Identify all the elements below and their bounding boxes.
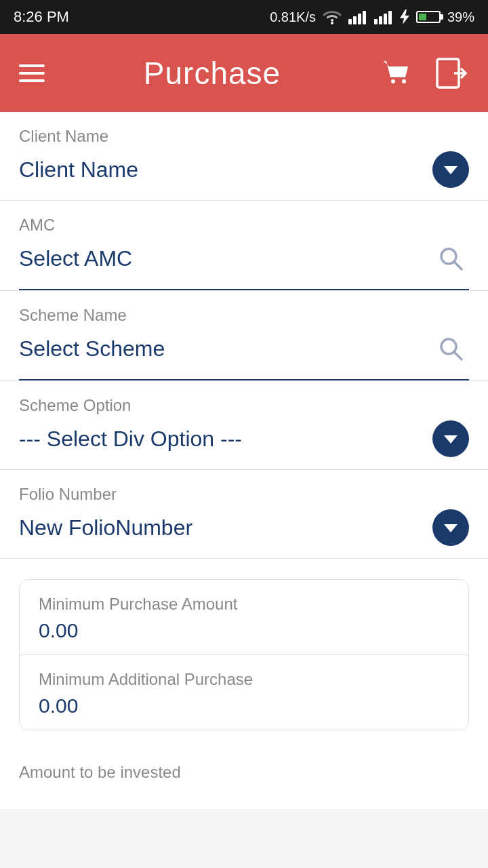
scheme-name-label: Scheme Name bbox=[19, 306, 469, 325]
time: 8:26 PM bbox=[14, 8, 69, 26]
scheme-name-field: Scheme Name Select Scheme bbox=[0, 291, 488, 381]
status-bar: 8:26 PM 0.81K/s bbox=[0, 0, 488, 34]
scheme-underline bbox=[19, 379, 469, 380]
chevron-down-icon-3 bbox=[444, 524, 458, 532]
scheme-name-row: Select Scheme bbox=[19, 330, 469, 379]
min-additional-purchase-value: 0.00 bbox=[39, 694, 449, 717]
menu-button[interactable] bbox=[19, 64, 45, 82]
amount-to-invest-label: Amount to be invested bbox=[0, 751, 488, 782]
client-name-field: Client Name Client Name bbox=[0, 112, 488, 201]
chevron-down-icon bbox=[444, 166, 458, 174]
amc-field: AMC Select AMC bbox=[0, 201, 488, 291]
app-bar: Purchase bbox=[0, 34, 488, 112]
svg-rect-6 bbox=[379, 16, 382, 24]
folio-number-value: New FolioNumber bbox=[19, 515, 192, 540]
min-purchase-label: Minimum Purchase Amount bbox=[39, 595, 449, 614]
scheme-option-dropdown-button[interactable] bbox=[432, 420, 469, 457]
folio-number-label: Folio Number bbox=[19, 485, 469, 504]
info-card: Minimum Purchase Amount 0.00 Minimum Add… bbox=[19, 579, 469, 730]
svg-rect-5 bbox=[374, 19, 378, 24]
folio-number-row: New FolioNumber bbox=[19, 509, 469, 558]
form-content: Client Name Client Name AMC Select AMC S… bbox=[0, 112, 488, 809]
cart-icon[interactable] bbox=[380, 56, 415, 91]
min-additional-purchase-label: Minimum Additional Purchase bbox=[39, 670, 449, 689]
signal-icon bbox=[348, 9, 367, 24]
client-name-label: Client Name bbox=[19, 127, 469, 146]
amc-value: Select AMC bbox=[19, 246, 132, 271]
client-name-value: Client Name bbox=[19, 157, 138, 182]
svg-point-0 bbox=[331, 22, 333, 24]
amc-row: Select AMC bbox=[19, 240, 469, 289]
amc-search-button[interactable] bbox=[432, 240, 469, 277]
svg-point-10 bbox=[402, 79, 406, 83]
folio-number-field: Folio Number New FolioNumber bbox=[0, 470, 488, 559]
status-right: 0.81K/s bbox=[270, 9, 474, 25]
scheme-option-field: Scheme Option --- Select Div Option --- bbox=[0, 381, 488, 470]
svg-line-15 bbox=[454, 352, 462, 359]
battery-indicator bbox=[416, 11, 441, 23]
folio-number-dropdown-button[interactable] bbox=[432, 509, 469, 546]
scheme-option-label: Scheme Option bbox=[19, 396, 469, 415]
amc-underline bbox=[19, 289, 469, 290]
search-icon-2 bbox=[437, 335, 464, 362]
scheme-name-value: Select Scheme bbox=[19, 336, 165, 361]
client-name-dropdown-button[interactable] bbox=[432, 151, 469, 188]
client-name-row: Client Name bbox=[19, 151, 469, 200]
scheme-option-row: --- Select Div Option --- bbox=[19, 420, 469, 469]
wifi-icon bbox=[323, 9, 342, 24]
min-additional-purchase-row: Minimum Additional Purchase 0.00 bbox=[20, 655, 468, 730]
svg-rect-4 bbox=[363, 11, 366, 24]
app-bar-actions bbox=[380, 56, 469, 91]
svg-rect-1 bbox=[348, 19, 352, 24]
min-purchase-row: Minimum Purchase Amount 0.00 bbox=[20, 580, 468, 655]
battery-percent: 39% bbox=[447, 9, 474, 25]
svg-rect-2 bbox=[353, 16, 357, 24]
amc-label: AMC bbox=[19, 216, 469, 235]
svg-line-13 bbox=[454, 262, 462, 269]
network-speed: 0.81K/s bbox=[270, 9, 316, 25]
charging-icon bbox=[400, 9, 409, 24]
svg-point-9 bbox=[391, 79, 395, 83]
signal-icon-2 bbox=[374, 9, 393, 24]
chevron-down-icon-2 bbox=[444, 435, 458, 443]
page-title: Purchase bbox=[144, 55, 281, 92]
svg-rect-8 bbox=[388, 11, 392, 24]
svg-rect-3 bbox=[358, 14, 361, 24]
scheme-name-search-button[interactable] bbox=[432, 330, 469, 367]
logout-icon[interactable] bbox=[434, 56, 469, 91]
search-icon bbox=[437, 245, 464, 272]
min-purchase-value: 0.00 bbox=[39, 619, 449, 642]
scheme-option-value: --- Select Div Option --- bbox=[19, 427, 242, 452]
svg-rect-7 bbox=[384, 14, 387, 24]
